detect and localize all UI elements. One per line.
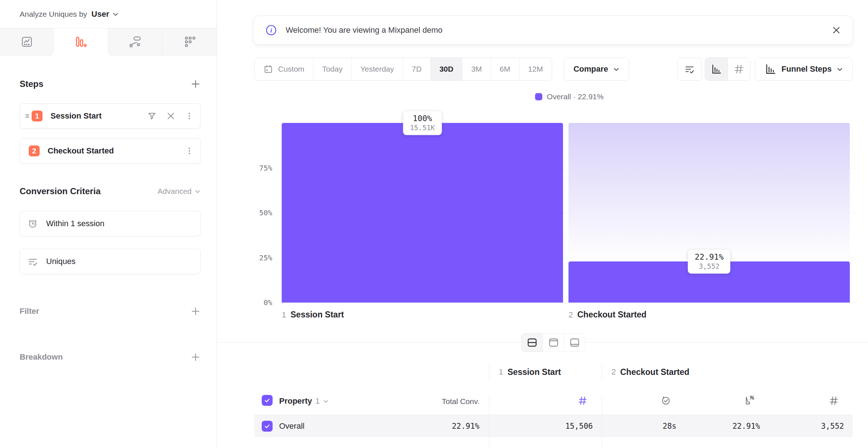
analyze-header: Analyze Uniques by User — [0, 0, 217, 28]
date-range-12m[interactable]: 12M — [519, 58, 552, 80]
date-range-picker: Custom Today Yesterday 7D 30D 3M 6M 12M — [254, 57, 552, 81]
top-panel-icon[interactable] — [543, 333, 564, 352]
table-header-row: Property 1 Total Conv. — [254, 381, 853, 415]
step-index: 1 — [282, 310, 286, 320]
funnel-bar-step-1[interactable] — [282, 123, 563, 303]
chevron-down-icon — [613, 66, 619, 72]
number-toggle[interactable] — [728, 58, 750, 80]
uniques-icon — [684, 64, 695, 75]
tab-funnels[interactable] — [54, 28, 108, 56]
date-range-6m[interactable]: 6M — [491, 58, 519, 80]
funnel-chart: 75% 50% 25% 0% 100% 15.51K 22.91% 3,552 — [282, 123, 857, 303]
tab-retention[interactable] — [162, 28, 217, 56]
property-dropdown[interactable]: Property 1 — [279, 396, 329, 406]
step-card-1[interactable]: 1 Session Start — [20, 103, 201, 129]
compare-button[interactable]: Compare — [564, 57, 629, 81]
conversion-criteria-title: Conversion Criteria — [20, 186, 101, 196]
date-range-label: Today — [322, 65, 342, 73]
conv-rate-value: 22.91% — [685, 415, 769, 437]
add-filter-button[interactable] — [190, 306, 201, 316]
report-type-tabs — [0, 28, 217, 56]
split-view-icon[interactable] — [522, 333, 543, 352]
chart-legend[interactable]: Overall · 22.91% — [282, 92, 857, 101]
legend-swatch — [535, 93, 542, 100]
hash-icon — [578, 396, 588, 406]
avg-time-value: 28s — [602, 415, 685, 437]
drag-handle-icon[interactable] — [24, 112, 32, 120]
funnel-column-1[interactable]: 100% 15.51K — [282, 123, 563, 303]
y-axis-tick: 75% — [259, 164, 272, 172]
step-menu-button[interactable] — [185, 147, 194, 155]
row-checkbox[interactable] — [262, 421, 273, 432]
funnel-column-2[interactable]: 22.91% 3,552 — [568, 123, 850, 303]
date-range-30d[interactable]: 30D — [430, 58, 462, 80]
select-all-checkbox[interactable] — [262, 395, 273, 406]
bar-tooltip-1: 100% 15.51K — [403, 111, 442, 135]
hash-icon — [734, 64, 744, 75]
calendar-icon — [264, 64, 273, 74]
step-x-label-2: 2 Checkout Started — [568, 310, 855, 320]
remove-step-button[interactable] — [166, 111, 176, 121]
step-card-2[interactable]: 2 Checkout Started — [20, 138, 201, 164]
bottom-panel-icon[interactable] — [564, 333, 585, 352]
add-breakdown-button[interactable] — [190, 352, 201, 362]
date-range-label: 7D — [412, 65, 422, 73]
table-filler-row — [254, 437, 853, 448]
svg-text:i: i — [270, 27, 272, 34]
date-range-label: 3M — [471, 65, 482, 73]
filter-step-button[interactable] — [147, 111, 157, 121]
step-number-badge: 2 — [29, 145, 40, 156]
compare-label: Compare — [574, 64, 608, 74]
chart-toolbar: Custom Today Yesterday 7D 30D 3M 6M 12M … — [254, 57, 853, 81]
date-range-label: 30D — [439, 65, 454, 73]
date-range-yesterday[interactable]: Yesterday — [351, 58, 403, 80]
funnel-steps-icon — [765, 63, 776, 75]
add-step-button[interactable] — [190, 79, 201, 89]
tab-insights[interactable] — [0, 28, 54, 56]
step-index: 1 — [499, 367, 503, 377]
date-range-label: Custom — [278, 65, 304, 73]
counting-method-card[interactable]: Uniques — [20, 249, 201, 274]
analyze-by-dropdown[interactable]: User — [92, 9, 119, 19]
table-row-overall[interactable]: Overall 22.91% 15,506 28s 22.91% 3,552 — [254, 415, 853, 437]
advanced-label: Advanced — [158, 187, 192, 196]
date-range-7d[interactable]: 7D — [403, 58, 430, 80]
legend-label: Overall · 22.91% — [547, 92, 603, 101]
y-axis-tick: 50% — [259, 208, 272, 217]
uniques-toggle-button[interactable] — [677, 57, 702, 81]
bar-tooltip-2: 22.91% 3,552 — [688, 249, 730, 273]
step-label: Checkout Started — [48, 146, 114, 156]
date-range-label: 6M — [500, 65, 510, 73]
date-range-3m[interactable]: 3M — [462, 58, 490, 80]
date-range-label: 12M — [528, 65, 543, 73]
gridline-0 — [282, 303, 857, 303]
date-range-custom[interactable]: Custom — [255, 58, 313, 80]
close-icon[interactable] — [832, 25, 841, 35]
avg-time-header[interactable] — [602, 395, 685, 415]
step-menu-button[interactable] — [185, 112, 194, 120]
hash-icon — [829, 396, 839, 406]
date-range-today[interactable]: Today — [313, 58, 351, 80]
funnel-remainder-step-2 — [568, 123, 850, 261]
funnel-step-labels: 1 Session Start 2 Checkout Started — [282, 310, 858, 320]
info-icon: i — [265, 24, 277, 36]
clock-check-icon — [660, 395, 671, 406]
alarm-clock-icon — [27, 218, 38, 229]
session-count-header[interactable] — [489, 396, 602, 415]
advanced-dropdown[interactable]: Advanced — [158, 187, 201, 196]
tab-flows[interactable] — [108, 28, 162, 56]
table-group-header-row: 1 Session Start 2 Checkout Started — [254, 363, 853, 381]
y-axis-tick: 0% — [264, 298, 272, 307]
banner-message: Welcome! You are viewing a Mixpanel demo — [286, 25, 442, 35]
conversion-window-card[interactable]: Within 1 session — [20, 211, 201, 236]
bar-chart-toggle[interactable] — [705, 58, 728, 80]
funnel-steps-dropdown[interactable]: Funnel Steps — [755, 57, 853, 81]
step-name: Session Start — [507, 367, 561, 377]
conv-rate-header[interactable] — [685, 395, 769, 415]
chevron-down-icon — [837, 66, 843, 72]
filter-title: Filter — [20, 307, 39, 316]
checkout-count-header[interactable] — [769, 396, 853, 415]
analyze-by-value: User — [92, 9, 109, 19]
date-range-label: Yesterday — [360, 65, 394, 73]
total-conv-header[interactable]: Total Conv. — [400, 397, 489, 415]
